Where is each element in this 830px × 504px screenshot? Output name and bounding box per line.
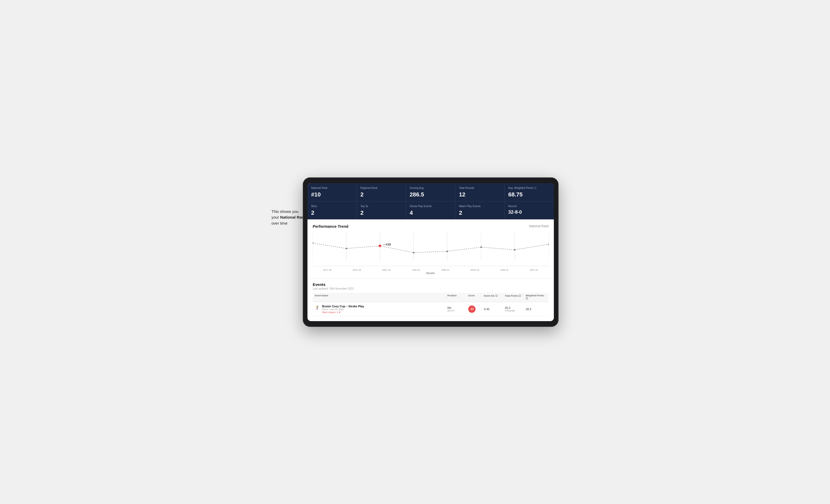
col-header-event-name: Event Name <box>315 294 447 300</box>
stat-top3s: Top 3s 2 <box>357 201 406 220</box>
event-position-value: 6th <box>447 306 468 309</box>
chart-header: Performance Trend National Rank <box>313 224 549 229</box>
stat-record: Record 32-8-0 <box>505 201 554 220</box>
event-date: Oct 9 – Oct 10, 2023 <box>322 308 364 311</box>
total-points-cell: 28.3 3 Rounds <box>505 306 526 312</box>
content-area: Performance Trend National Rank <box>308 220 554 321</box>
events-title: Events <box>313 282 549 287</box>
chart-x-axis-label: Months <box>313 272 549 275</box>
svg-point-11 <box>379 244 381 247</box>
x-label-apr24: APR 24 <box>490 269 519 271</box>
chart-label: National Rank <box>529 224 549 228</box>
svg-text:• #10: • #10 <box>383 243 391 246</box>
event-name-cell: 🏌 Buster Cozy Cup – Stroke Play Oct 9 – … <box>315 305 447 313</box>
event-score: -22 <box>468 305 484 313</box>
tablet-device: National Rank #10 Regional Rank 2 Scorin… <box>303 177 558 327</box>
event-position: 6th out of 7 <box>447 306 468 312</box>
col-header-score: Score <box>468 294 484 300</box>
stat-scoring-avg: Scoring Avg. 286.5 <box>406 183 455 201</box>
scene: This shows you your National Rank trend … <box>272 177 558 327</box>
event-name: Buster Cozy Cup – Stroke Play <box>322 305 364 308</box>
stat-national-rank: National Rank #10 <box>308 183 357 201</box>
performance-chart: • #10 <box>313 232 549 266</box>
stat-avg-weighted-points: Avg. Weighted Points ⓘ 68.75 <box>505 183 554 201</box>
score-badge: -22 <box>468 305 476 313</box>
tablet-screen: National Rank #10 Regional Rank 2 Scorin… <box>308 183 554 321</box>
event-rank-impact: Rank Impact: 3 ▼ <box>322 311 364 313</box>
chart-x-labels: OCT 23 NOV 23 DEC 23 JAN 24 FEB 24 MAR 2… <box>313 268 549 271</box>
x-label-mar24: MAR 24 <box>460 269 490 271</box>
svg-point-13 <box>446 250 448 252</box>
x-label-feb24: FEB 24 <box>430 269 460 271</box>
annotation-bold: National Rank <box>280 215 306 220</box>
svg-point-15 <box>514 249 516 250</box>
event-sg-value: 0.45 <box>484 308 505 311</box>
svg-point-10 <box>345 247 347 249</box>
total-points-value: 28.3 <box>505 306 526 309</box>
x-label-nov23: NOV 23 <box>342 269 372 271</box>
chart-title: Performance Trend <box>313 224 348 229</box>
section-divider <box>308 278 554 279</box>
total-points-sub: 3 Rounds <box>505 309 526 312</box>
x-label-may24: MAY 24 <box>519 269 549 271</box>
stats-row1: National Rank #10 Regional Rank 2 Scorin… <box>308 183 554 201</box>
stat-regional-rank: Regional Rank 2 <box>357 183 406 201</box>
col-header-total-points: Total Points ⓘ <box>505 294 526 300</box>
weighted-points-value: 28.3 <box>526 308 547 311</box>
events-section: Events Last updated: 24th November 2023 … <box>313 282 549 316</box>
x-label-jan24: JAN 24 <box>401 269 430 271</box>
col-header-weighted-points: Weighted Points ⓘ <box>526 294 547 300</box>
chart-svg: • #10 <box>313 232 549 266</box>
event-details: Buster Cozy Cup – Stroke Play Oct 9 – Oc… <box>322 305 364 313</box>
events-table-header: Event Name Position Score Event SG ⓘ Tot… <box>313 293 549 302</box>
stat-stroke-play-events: Stroke Play Events 4 <box>406 201 455 220</box>
event-position-sub: out of 7 <box>447 309 468 312</box>
svg-point-9 <box>313 242 314 244</box>
stats-row2: Wins 2 Top 3s 2 Stroke Play Events 4 Mat… <box>308 201 554 220</box>
col-header-position: Position <box>447 294 468 300</box>
stat-match-play-events: Match Play Events 2 <box>455 201 505 220</box>
stat-total-rounds: Total Rounds 12 <box>455 183 505 201</box>
annotation-line2: your <box>272 215 280 220</box>
table-row: 🏌 Buster Cozy Cup – Stroke Play Oct 9 – … <box>313 302 549 316</box>
x-label-oct23: OCT 23 <box>313 269 342 271</box>
annotation-line1: This shows you <box>272 209 298 214</box>
x-label-dec23: DEC 23 <box>372 269 401 271</box>
svg-point-12 <box>413 252 414 253</box>
svg-point-14 <box>480 246 482 248</box>
event-icon: 🏌 <box>315 305 320 310</box>
col-header-event-sg: Event SG ⓘ <box>484 294 505 300</box>
svg-point-16 <box>548 243 549 245</box>
stat-wins: Wins 2 <box>308 201 357 220</box>
events-last-updated: Last updated: 24th November 2023 <box>313 287 549 290</box>
